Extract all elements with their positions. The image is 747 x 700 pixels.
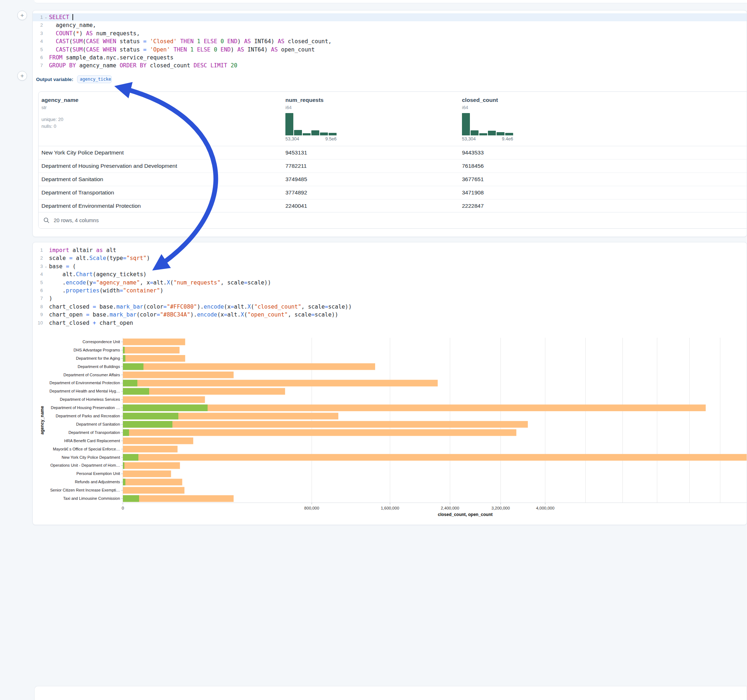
bar-open bbox=[123, 347, 125, 354]
code-line[interactable]: 6FROM sample_data.nyc.service_requests bbox=[33, 54, 747, 62]
fold-spacer bbox=[43, 303, 49, 311]
table-cell: 7618456 bbox=[459, 163, 747, 169]
code-line[interactable]: 2scale = alt.Scale(type="sqrt") bbox=[33, 254, 747, 262]
code-line[interactable]: 1⌄SELECT bbox=[33, 13, 747, 21]
y-axis-label: Department of Homeless Services bbox=[60, 397, 120, 401]
add-cell-button[interactable]: + bbox=[17, 71, 27, 81]
code-text: FROM sample_data.nyc.service_requests bbox=[49, 54, 747, 62]
fold-spacer bbox=[43, 30, 49, 38]
table-header: agency_namestrunique: 20nulls: 0num_requ… bbox=[39, 92, 747, 146]
fold-spacer bbox=[43, 254, 49, 262]
bar-closed bbox=[123, 487, 184, 494]
code-line[interactable]: 4 alt.Chart(agency_tickets) bbox=[33, 270, 747, 278]
x-axis-label: 2,400,000 bbox=[441, 506, 459, 510]
bar-open bbox=[123, 479, 126, 486]
next-cell-edge bbox=[34, 686, 747, 700]
table-row[interactable]: Department of Housing Preservation and D… bbox=[39, 160, 747, 173]
y-axis-label: Department of Health and Mental Hyg… bbox=[49, 389, 120, 393]
python-editor[interactable]: 1import altair as alt2scale = alt.Scale(… bbox=[33, 246, 747, 327]
text-cursor bbox=[73, 14, 73, 20]
code-line[interactable]: 2 agency_name, bbox=[33, 21, 747, 29]
code-line[interactable]: 3⌄base = ( bbox=[33, 262, 747, 270]
table-row[interactable]: Department of Environmental Protection22… bbox=[39, 199, 747, 213]
line-number: 6 bbox=[33, 54, 43, 62]
y-axis-label: Mayorâ€ s Office of Special Enforce… bbox=[53, 447, 120, 451]
line-number: 8 bbox=[33, 303, 43, 311]
table-body: New York City Police Department945313194… bbox=[39, 146, 747, 213]
search-icon[interactable] bbox=[43, 217, 50, 223]
bar-open bbox=[123, 421, 172, 428]
column-name: num_requests bbox=[286, 97, 456, 103]
bar-open bbox=[123, 380, 137, 387]
fold-spacer bbox=[43, 319, 49, 327]
code-text: .properties(width="container") bbox=[49, 287, 747, 294]
line-number: 3 bbox=[33, 30, 43, 38]
line-number: 3 bbox=[33, 262, 43, 270]
table-row[interactable]: New York City Police Department945313194… bbox=[39, 146, 747, 160]
code-text: import altair as alt bbox=[49, 246, 747, 254]
code-line[interactable]: 5 .encode(y="agency_name", x=alt.X("num_… bbox=[33, 279, 747, 287]
line-number: 4 bbox=[33, 270, 43, 278]
y-axis-title: agency_name bbox=[39, 406, 45, 434]
code-line[interactable]: 1import altair as alt bbox=[33, 246, 747, 254]
code-line[interactable]: 3 COUNT(*) AS num_requests, bbox=[33, 30, 747, 38]
y-axis-label: Department for the Aging bbox=[76, 356, 120, 361]
x-axis-title: closed_count, open_count bbox=[438, 512, 493, 517]
bar-closed bbox=[123, 429, 516, 436]
column-header-closed_count[interactable]: closed_counti6453,3049.4e6 bbox=[459, 92, 747, 142]
table-cell: 9453131 bbox=[283, 149, 459, 156]
y-axis-label: Department of Parks and Recreation bbox=[56, 414, 120, 418]
fold-caret-icon[interactable]: ⌄ bbox=[43, 13, 49, 21]
fold-caret-icon[interactable]: ⌄ bbox=[43, 262, 49, 270]
column-header-agency_name[interactable]: agency_namestrunique: 20nulls: 0 bbox=[39, 92, 283, 130]
code-text: alt.Chart(agency_tickets) bbox=[49, 270, 747, 278]
code-text: .encode(y="agency_name", x=alt.X("num_re… bbox=[49, 279, 747, 287]
y-axis-label: Operations Unit - Department of Hom… bbox=[50, 463, 120, 468]
table-cell: 3471908 bbox=[459, 189, 747, 196]
table-cell: Department of Environmental Protection bbox=[39, 203, 283, 209]
column-type: i64 bbox=[462, 105, 745, 110]
code-line[interactable]: 5 CAST(SUM(CASE WHEN status = 'Open' THE… bbox=[33, 46, 747, 54]
column-header-num_requests[interactable]: num_requestsi6453,3049.5e6 bbox=[283, 92, 459, 142]
column-type: i64 bbox=[286, 105, 456, 110]
code-line[interactable]: 10chart_closed + chart_open bbox=[33, 319, 747, 327]
fold-spacer bbox=[43, 21, 49, 29]
code-line[interactable]: 8chart_closed = base.mark_bar(color="#FF… bbox=[33, 303, 747, 311]
histogram-range: 53,3049.5e6 bbox=[286, 136, 337, 142]
line-number: 2 bbox=[33, 21, 43, 29]
output-variable-chip[interactable]: agency_tickets bbox=[77, 75, 112, 83]
previous-cell-edge bbox=[34, 0, 747, 3]
sql-editor[interactable]: 1⌄SELECT 2 agency_name,3 COUNT(*) AS num… bbox=[33, 13, 747, 70]
code-text: chart_closed = base.mark_bar(color="#FFC… bbox=[49, 303, 747, 311]
column-stats: unique: 20nulls: 0 bbox=[41, 116, 280, 130]
code-text: COUNT(*) AS num_requests, bbox=[49, 30, 747, 38]
table-cell: 2240041 bbox=[283, 203, 459, 209]
column-histogram bbox=[286, 113, 337, 136]
table-cell: 9443533 bbox=[459, 149, 747, 156]
add-cell-button[interactable]: + bbox=[17, 11, 27, 20]
code-line[interactable]: 6 .properties(width="container") bbox=[33, 287, 747, 294]
code-text: scale = alt.Scale(type="sqrt") bbox=[49, 254, 747, 262]
code-line[interactable]: 7GROUP BY agency_name ORDER BY closed_co… bbox=[33, 62, 747, 69]
line-number: 2 bbox=[33, 254, 43, 262]
output-variable-value: agency_tickets bbox=[80, 77, 109, 82]
x-axis-label: 3,200,000 bbox=[491, 506, 510, 510]
bar-closed bbox=[123, 495, 233, 502]
code-line[interactable]: 7) bbox=[33, 294, 747, 302]
code-line[interactable]: 9chart_open = base.mark_bar(color="#8BC3… bbox=[33, 311, 747, 319]
table-row[interactable]: Department of Transportation377489234719… bbox=[39, 186, 747, 199]
fold-spacer bbox=[43, 279, 49, 287]
y-axis-label: Refunds and Adjustments bbox=[75, 480, 120, 484]
y-axis-label: Department of Housing Preservation … bbox=[51, 406, 120, 410]
code-line[interactable]: 4 CAST(SUM(CASE WHEN status = 'Closed' T… bbox=[33, 38, 747, 45]
bar-closed bbox=[123, 380, 438, 387]
code-text: CAST(SUM(CASE WHEN status = 'Open' THEN … bbox=[49, 46, 747, 54]
bar-chart: Correspondence UnitDHS Advantage Program… bbox=[33, 333, 747, 520]
fold-spacer bbox=[43, 38, 49, 45]
bar-closed bbox=[123, 397, 205, 403]
code-text: SELECT bbox=[49, 13, 747, 21]
line-number: 10 bbox=[33, 319, 43, 327]
table-row[interactable]: Department of Sanitation37494853677651 bbox=[39, 173, 747, 186]
y-axis-label: Department of Buildings bbox=[78, 364, 120, 369]
column-histogram bbox=[462, 113, 513, 136]
